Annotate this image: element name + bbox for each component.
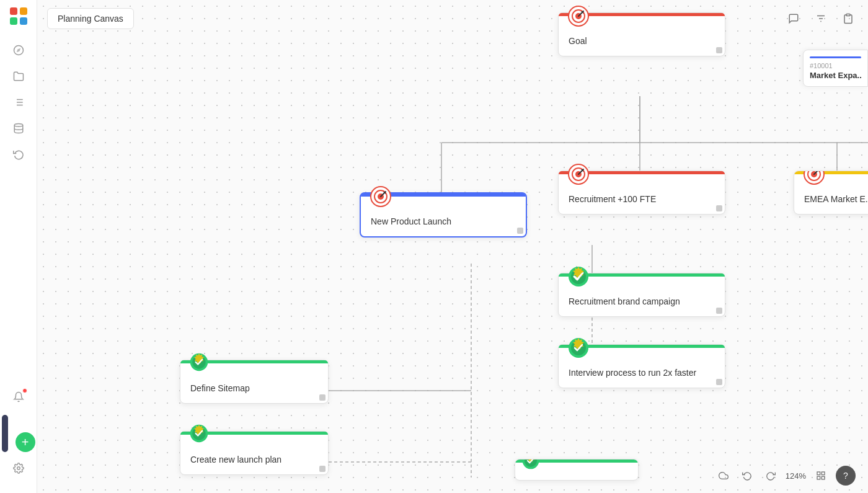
sidebar-icon-list[interactable]: [7, 91, 30, 113]
svg-rect-59: [822, 472, 825, 475]
node-recruitment[interactable]: Recruitment +100 FTE: [558, 171, 725, 215]
add-button[interactable]: +: [16, 432, 35, 452]
filter-icon[interactable]: [811, 9, 831, 29]
cloud-icon[interactable]: [715, 467, 732, 484]
bottombar: 124% ?: [715, 466, 856, 486]
brand-campaign-check-icon: [567, 265, 590, 290]
panel-number: #10001: [810, 62, 861, 69]
sidebar-icon-database[interactable]: [7, 117, 30, 140]
resize-handle-recruitment[interactable]: [716, 205, 722, 211]
recruitment-target-icon: [567, 163, 590, 188]
grid-icon[interactable]: [812, 467, 830, 484]
sidebar-icon-folder[interactable]: [7, 65, 30, 87]
sitemap-check-icon: [189, 352, 209, 375]
svg-rect-0: [10, 7, 17, 15]
sidebar-icon-history[interactable]: [7, 143, 30, 166]
right-panel: #10001 Market Expa...: [803, 50, 868, 87]
svg-rect-3: [20, 17, 27, 25]
sidebar: +: [0, 0, 37, 493]
node-emea-market[interactable]: EMEA Market E...: [794, 171, 868, 215]
undo-icon[interactable]: [738, 467, 756, 484]
svg-rect-58: [817, 472, 820, 475]
resize-handle-interview[interactable]: [716, 379, 722, 385]
zoom-level: 124%: [786, 471, 806, 481]
svg-marker-5: [16, 48, 20, 52]
clipboard-icon[interactable]: [838, 9, 858, 29]
new-product-target-icon: [370, 185, 392, 210]
sidebar-icon-compass[interactable]: [7, 39, 30, 61]
svg-rect-61: [817, 476, 820, 479]
topbar: Planning Canvas: [37, 0, 868, 37]
create-launch-check-icon: [189, 424, 209, 446]
svg-rect-60: [822, 476, 825, 479]
app-logo: [9, 6, 29, 29]
panel-title: Market Expa...: [810, 71, 861, 80]
node-bottom-partial[interactable]: [515, 459, 639, 481]
node-define-sitemap[interactable]: Define Sitemap: [180, 360, 329, 404]
svg-rect-1: [20, 7, 27, 15]
svg-point-12: [14, 124, 23, 127]
panel-accent-bar: [810, 56, 861, 58]
redo-icon[interactable]: [762, 467, 779, 484]
emea-target-icon: [803, 171, 825, 188]
canvas: Goal New Product Launch: [37, 0, 868, 493]
connection-lines: [37, 0, 868, 493]
user-bar: [2, 415, 8, 452]
resize-handle-sitemap[interactable]: [319, 394, 326, 401]
node-interview-process[interactable]: Interview process to run 2x faster: [558, 344, 725, 388]
bottom-partial-icon: [521, 459, 540, 473]
svg-rect-17: [846, 14, 850, 16]
resize-handle-new-product[interactable]: [517, 228, 523, 234]
interview-check-icon: [567, 337, 590, 362]
resize-handle-brand-campaign[interactable]: [716, 308, 722, 314]
notification-bell[interactable]: [7, 386, 30, 408]
page-title: Planning Canvas: [47, 8, 134, 29]
svg-point-13: [17, 467, 20, 470]
comment-icon[interactable]: [784, 9, 804, 29]
settings-icon[interactable]: [7, 457, 30, 479]
resize-handle-goal[interactable]: [716, 47, 722, 53]
svg-rect-2: [10, 17, 17, 25]
node-new-product-launch[interactable]: New Product Launch: [360, 192, 527, 238]
resize-handle-create-launch[interactable]: [319, 466, 326, 472]
node-brand-campaign[interactable]: Recruitment brand campaign: [558, 273, 725, 317]
notification-dot: [22, 388, 27, 393]
help-button[interactable]: ?: [836, 466, 856, 486]
node-create-launch[interactable]: Create new launch plan: [180, 431, 329, 475]
